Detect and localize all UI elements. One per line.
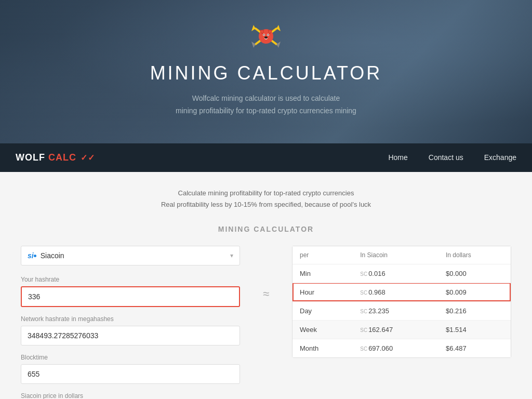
blocktime-label: Blocktime [21,354,240,361]
col-siacoin: In Siacoin [353,246,438,264]
cell-label-hour: Hour [292,283,353,301]
hashrate-group: Your hashrate [21,276,240,307]
cell-sc-min: SC0.016 [353,264,438,283]
cell-dollar-day: $0.216 [438,301,511,320]
results-table: per In Siacoin In dollars MinSC0.016$0.0… [292,246,511,357]
navbar: WOLFCALC ✓✓ Home Contact us Exchange [0,143,532,172]
svg-marker-5 [251,42,256,48]
cell-label-month: Month [292,339,353,357]
calc-description: Calculate mining profitability for top-r… [21,188,511,210]
svg-marker-2 [276,42,281,48]
navbar-nav: Home Contact us Exchange [388,153,516,162]
calc-inputs: si Siacoin ▾ Your hashrate Network hashr… [21,246,240,399]
cell-sc-month: SC697.060 [353,339,438,357]
dropdown-chevron-icon: ▾ [230,252,233,259]
brand-wolf: WOLF [16,152,45,163]
table-row-day: DaySC23.235$0.216 [292,301,511,320]
approx-separator: ≈ [256,246,276,301]
hero-subtitle: Wolfcalc mining calculator is used to ca… [10,92,522,117]
results-table-container: per In Siacoin In dollars MinSC0.016$0.0… [292,246,511,358]
svg-point-11 [264,36,268,38]
cell-dollar-week: $1.514 [438,320,511,339]
site-logo [248,21,284,52]
navbar-brand: WOLFCALC ✓✓ [16,152,95,163]
table-row-min: MinSC0.016$0.000 [292,264,511,283]
coin-selector[interactable]: si Siacoin ▾ [21,246,240,265]
cell-label-min: Min [292,264,353,283]
hero-title: MINING CALCULATOR [10,62,522,84]
table-row-month: MonthSC697.060$6.487 [292,339,511,357]
cell-sc-hour: SC0.968 [353,283,438,301]
network-hashrate-label: Network hashrate in megahashes [21,315,240,323]
price-group: Siacoin price in dollars [21,392,240,399]
table-row-hour: HourSC0.968$0.009 [292,283,511,301]
svg-point-10 [268,34,269,35]
sia-logo-icon: si [28,251,36,260]
price-label: Siacoin price in dollars [21,392,240,399]
svg-marker-4 [276,25,281,31]
cell-dollar-min: $0.000 [438,264,511,283]
col-dollars: In dollars [438,246,511,264]
cell-label-week: Week [292,320,353,339]
section-title: MINING CALCULATOR [21,225,511,233]
nav-exchange[interactable]: Exchange [484,153,516,162]
cell-sc-week: SC162.647 [353,320,438,339]
col-per: per [292,246,353,264]
network-hashrate-input[interactable] [21,326,240,345]
table-row-week: WeekSC162.647$1.514 [292,320,511,339]
nav-contact[interactable]: Contact us [429,153,463,162]
svg-point-9 [263,34,264,35]
main-content: Calculate mining profitability for top-r… [0,172,532,399]
blocktime-group: Blocktime [21,354,240,384]
hashrate-label: Your hashrate [21,276,240,283]
coin-selector-wrapper: si Siacoin ▾ [21,246,240,265]
cell-sc-day: SC23.235 [353,301,438,320]
table-header-row: per In Siacoin In dollars [292,246,511,264]
cell-dollar-hour: $0.009 [438,283,511,301]
coin-name: Siacoin [41,251,64,260]
hashrate-input[interactable] [21,286,240,307]
nav-home[interactable]: Home [388,153,407,162]
cell-label-day: Day [292,301,353,320]
network-hashrate-group: Network hashrate in megahashes [21,315,240,345]
brand-calc: CALC [48,152,76,163]
brand-check-icon: ✓✓ [81,153,95,163]
cell-dollar-month: $6.487 [438,339,511,357]
svg-marker-1 [251,25,256,31]
blocktime-input[interactable] [21,364,240,384]
calc-results: per In Siacoin In dollars MinSC0.016$0.0… [292,246,511,358]
hero-section: MINING CALCULATOR Wolfcalc mining calcul… [0,0,532,143]
